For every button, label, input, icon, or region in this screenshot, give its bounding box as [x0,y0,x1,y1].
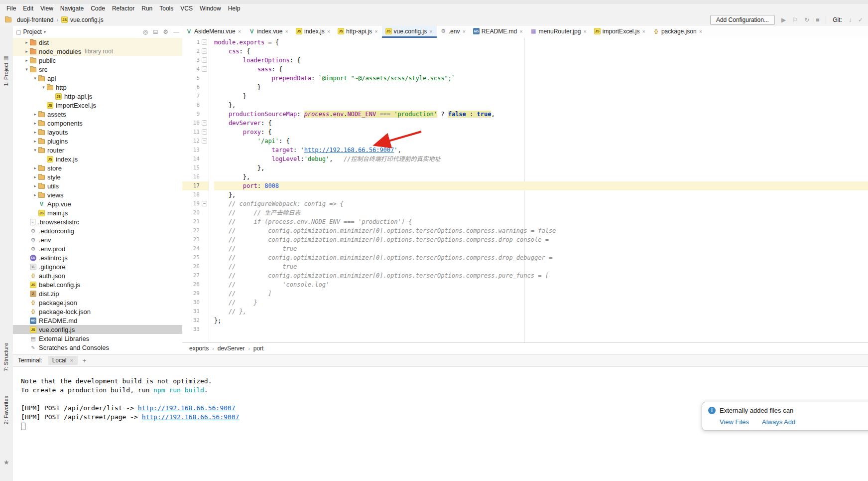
tree-item-README.md[interactable]: MDREADME.md [13,316,182,325]
chevron-right-icon[interactable]: ▸ [32,112,38,117]
chevron-down-icon[interactable]: ▾ [32,76,38,81]
tree-item-public[interactable]: ▸public [13,56,182,65]
tree-item-.editorconfig[interactable]: ⚙.editorconfig [13,226,182,235]
close-icon[interactable]: × [429,28,433,34]
hide-panel-icon[interactable]: — [173,28,179,35]
tree-item-layouts[interactable]: ▸layouts [13,128,182,137]
terminal-tab-local[interactable]: Local × [48,356,78,365]
tree-item-node_modules[interactable]: ▸node_moduleslibrary root [13,47,182,56]
chevron-right-icon[interactable]: ▸ [32,165,38,170]
tab-README.md[interactable]: MDREADME.md× [470,26,527,38]
tree-item-src[interactable]: ▾src [13,65,182,74]
fold-icon[interactable]: − [202,57,207,63]
menu-item-navigate[interactable]: Navigate [57,5,87,12]
menu-item-view[interactable]: View [37,5,57,12]
always-add-link[interactable]: Always Add [762,418,795,426]
fold-icon[interactable]: − [202,39,207,45]
breadcrumb-project[interactable]: duoji-frontend [17,16,53,23]
fold-icon[interactable]: − [202,120,207,126]
fold-icon[interactable]: − [202,201,207,206]
tree-item-http[interactable]: ▾http [13,83,182,92]
toolwindow-button-project[interactable]: 1: Project [3,63,9,86]
tree-item-babel.config.js[interactable]: JSbabel.config.js [13,280,182,289]
tree-item-index.js[interactable]: JSindex.js [13,155,182,163]
editor-content[interactable]: 1−2−3−4−5678910−11−12−13141516171819−202… [182,38,868,343]
chevron-down-icon[interactable]: ▾ [44,29,46,34]
close-icon[interactable]: × [327,28,331,34]
chevron-right-icon[interactable]: ▸ [32,139,38,144]
add-configuration-button[interactable]: Add Configuration... [710,15,775,25]
tree-item-components[interactable]: ▸components [13,119,182,128]
stop-icon[interactable]: ■ [816,16,819,23]
menu-item-refactor[interactable]: Refactor [109,5,138,12]
run-icon[interactable]: ▶ [781,16,786,23]
tree-item-.env[interactable]: ⚙.env [13,235,182,244]
menu-item-tools[interactable]: Tools [156,5,177,12]
toolwindow-button-structure[interactable]: 7: Structure [3,343,9,371]
tab-AsideMenu.vue[interactable]: VAsideMenu.vue× [182,26,245,38]
locate-file-icon[interactable]: ◎ [143,28,148,35]
chevron-right-icon[interactable]: ▸ [32,130,38,135]
tree-item-assets[interactable]: ▸assets [13,110,182,119]
tree-item-dist.zip[interactable]: Zdist.zip [13,289,182,298]
tree-item-store[interactable]: ▸store [13,163,182,172]
tab-vue.config.js[interactable]: JSvue.config.js× [382,26,437,38]
tab-.env[interactable]: ⚙.env× [437,26,470,38]
close-icon[interactable]: × [519,28,523,34]
toolwindow-button-favorites[interactable]: 2: Favorites [3,396,9,424]
chevron-right-icon[interactable]: ▸ [23,58,30,63]
tab-index.js[interactable]: JSindex.js× [292,26,334,38]
breadcrumb-port[interactable]: port [253,345,264,352]
view-files-link[interactable]: View Files [720,418,749,426]
fold-icon[interactable]: − [202,138,207,144]
project-toolwindow-icon[interactable]: ▦ [3,54,8,61]
close-icon[interactable]: × [69,357,73,363]
tree-item-auth.json[interactable]: {}auth.json [13,271,182,280]
tree-item-plugins[interactable]: ▸plugins [13,137,182,146]
tree-item-.browserslistrc[interactable]: ≡.browserslistrc [13,217,182,226]
tree-item-.env.prod[interactable]: ⚙.env.prod [13,244,182,253]
tab-package.json[interactable]: {}package.json× [649,26,706,38]
menu-item-window[interactable]: Window [196,5,225,12]
tree-item-utils[interactable]: ▸utils [13,181,182,190]
tab-index.vue[interactable]: Vindex.vue× [245,26,292,38]
chevron-right-icon[interactable]: ▸ [23,40,30,45]
tree-item-Scratches and Consoles[interactable]: ✎Scratches and Consoles [13,343,182,352]
fold-icon[interactable]: − [202,66,207,72]
tree-item-importExcel.js[interactable]: JSimportExcel.js [13,101,182,110]
tree-item-router[interactable]: ▾router [13,146,182,155]
favorites-star-icon[interactable]: ★ [3,459,9,466]
tree-item-views[interactable]: ▸views [13,190,182,199]
tree-item-.eslintrc.js[interactable]: ES.eslintrc.js [13,253,182,262]
close-icon[interactable]: × [641,28,645,34]
tree-item-style[interactable]: ▸style [13,172,182,181]
project-panel-title[interactable]: Project [23,28,41,35]
rerun-icon[interactable]: ↻ [804,16,809,23]
menu-item-vcs[interactable]: VCS [177,5,196,12]
chevron-down-icon[interactable]: ▾ [32,148,38,153]
chevron-right-icon[interactable]: ▸ [32,121,38,126]
chevron-right-icon[interactable]: ▸ [32,183,38,188]
tree-item-package.json[interactable]: {}package.json [13,298,182,307]
tree-item-vue.config.js[interactable]: JSvue.config.js [13,325,182,334]
breadcrumb-devserver[interactable]: devServer [218,345,245,352]
chevron-down-icon[interactable]: ▾ [23,67,30,72]
tree-item-package-lock.json[interactable]: {}package-lock.json [13,307,182,316]
fold-icon[interactable]: − [202,129,207,135]
close-icon[interactable]: × [374,28,378,34]
chevron-right-icon[interactable]: ▸ [32,174,38,179]
close-icon[interactable]: × [699,28,703,34]
tree-item-main.js[interactable]: JSmain.js [13,208,182,217]
tab-http-api.js[interactable]: JShttp-api.js× [334,26,381,38]
tab-importExcel.js[interactable]: JSimportExcel.js× [591,26,649,38]
code-area[interactable]: module.exports = { css: { loaderOptions:… [209,38,868,343]
git-update-icon[interactable]: ↓ [849,16,852,23]
fold-icon[interactable]: − [202,48,207,54]
git-commit-icon[interactable]: ✓ [858,16,863,23]
chevron-down-icon[interactable]: ▾ [40,85,47,90]
tab-menuRouter.jpg[interactable]: ▦menuRouter.jpg× [527,26,591,38]
close-icon[interactable]: × [462,28,466,34]
new-terminal-icon[interactable]: + [83,357,87,364]
tree-item-.gitignore[interactable]: G.gitignore [13,262,182,271]
menu-item-run[interactable]: Run [138,5,156,12]
